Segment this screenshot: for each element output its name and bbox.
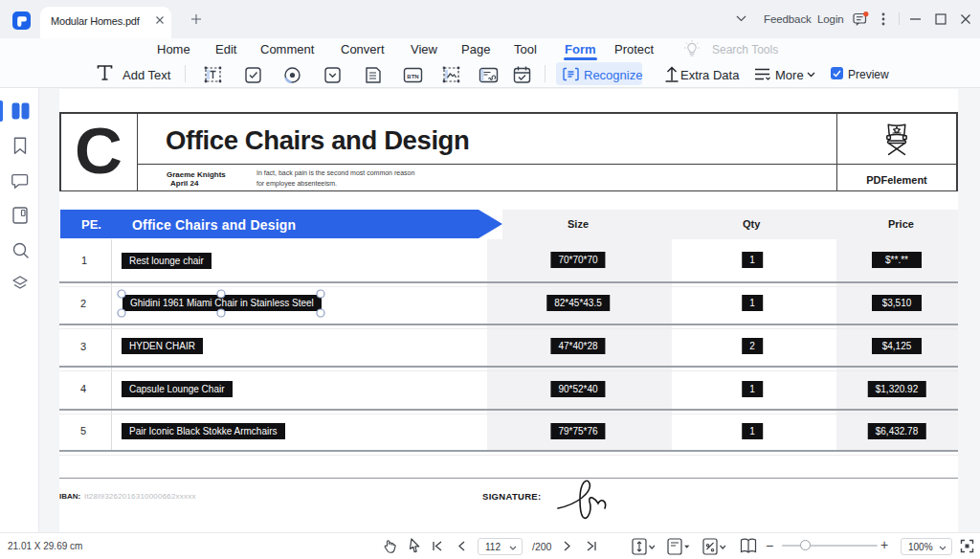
svg-text:BTN: BTN: [407, 74, 418, 79]
